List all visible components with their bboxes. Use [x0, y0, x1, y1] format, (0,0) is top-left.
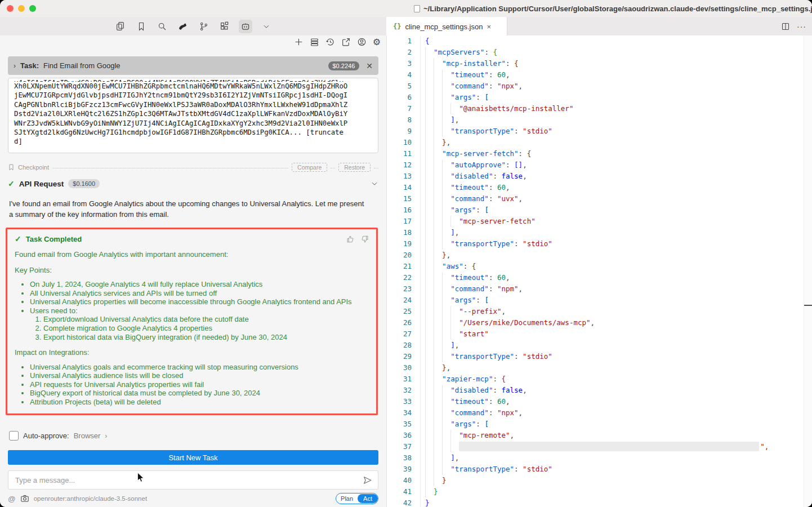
bullet-item: Universal Analytics goals and ecommerce …: [30, 363, 369, 372]
task-cost-badge: $0.2246: [328, 61, 360, 70]
expand-chevron-icon[interactable]: ›: [105, 432, 107, 440]
line-number: 17: [387, 216, 420, 227]
numbered-steps-list: Export/download Universal Analytics data…: [30, 315, 369, 341]
line-number: 39: [387, 464, 420, 475]
line-number: 1: [387, 35, 420, 47]
line-number: 30: [387, 362, 420, 373]
camera-icon[interactable]: [20, 494, 29, 503]
line-number: 14: [387, 182, 420, 193]
code-line: 4 "timeout": 60,: [387, 69, 812, 81]
assistant-message: I've found an email from Google Analytic…: [9, 199, 369, 220]
chevron-down-icon[interactable]: [260, 20, 273, 33]
key-points-label: Key Points:: [15, 266, 369, 275]
auto-approve-row: Auto-approve: Browser ›: [9, 431, 107, 441]
plan-toggle[interactable]: Plan: [336, 495, 358, 502]
collapse-chevron-icon[interactable]: [371, 180, 378, 188]
thumbs-up-icon[interactable]: [346, 235, 355, 243]
more-actions-icon[interactable]: ···: [797, 22, 806, 31]
line-number: 27: [387, 328, 420, 340]
start-new-task-button[interactable]: Start New Task: [8, 450, 378, 465]
line-number: 40: [387, 475, 420, 486]
task-close-icon[interactable]: ✕: [366, 61, 373, 70]
code-line: 7 "@anaisbetts/mcp-installer": [387, 103, 812, 114]
source-control-icon[interactable]: [197, 20, 211, 33]
checkpoint-row: Checkpoint Compare Restore: [8, 163, 378, 172]
send-icon[interactable]: [363, 475, 372, 485]
restore-button[interactable]: Restore: [338, 163, 371, 172]
line-number: 10: [387, 137, 420, 148]
truncated-content-block: y4gICAgICAgIDwvdGQ+DQogICAgPC90cj4NCiAgP…: [8, 78, 378, 153]
code-line: 40 }: [387, 475, 812, 486]
line-number: 18: [387, 227, 420, 238]
mention-icon[interactable]: @: [8, 495, 16, 503]
open-in-editor-icon[interactable]: [341, 37, 351, 47]
search-icon[interactable]: [155, 20, 169, 33]
line-number: 16: [387, 204, 420, 216]
kangaroo-icon[interactable]: [176, 20, 190, 33]
code-line: 38 ],: [387, 452, 812, 464]
auto-approve-label: Auto-approve:: [23, 432, 69, 440]
code-line: 10 },: [387, 137, 812, 148]
code-line: 26 "/Users/mike/Documents/aws-mcp",: [387, 317, 812, 328]
code-line: 28 ],: [387, 340, 812, 351]
code-line: 31 "zapier-mcp": {: [387, 373, 812, 385]
code-line: 27 "start": [387, 328, 812, 340]
code-line: 8 ],: [387, 114, 812, 126]
line-number: 2: [387, 47, 420, 58]
line-number: 3: [387, 58, 420, 69]
code-line: 6 "args": [: [387, 92, 812, 103]
account-icon[interactable]: [357, 37, 367, 47]
extensions-icon[interactable]: [218, 20, 231, 33]
cline-robot-icon[interactable]: [239, 20, 252, 33]
line-number: 25: [387, 306, 420, 317]
new-task-icon[interactable]: [294, 37, 304, 47]
cline-panel: ⚙ › Task: Find Email from Google $0.2246…: [0, 35, 386, 507]
code-line: 12 "autoApprove": [],: [387, 159, 812, 171]
thumbs-down-icon[interactable]: [360, 235, 369, 243]
copy-icon[interactable]: [114, 20, 127, 33]
auto-approve-value[interactable]: Browser: [74, 432, 101, 440]
settings-gear-icon[interactable]: ⚙: [373, 38, 381, 47]
code-line: 32 "disabled": false,: [387, 385, 812, 396]
code-line: 37 ",: [387, 441, 812, 452]
code-line: 24 "args": [: [387, 295, 812, 306]
code-editor[interactable]: 1{2 "mcpServers": {3 "mcp-installer": {4…: [386, 35, 812, 507]
zoom-window-button[interactable]: [29, 5, 36, 12]
line-number: 34: [387, 407, 420, 419]
task-header[interactable]: › Task: Find Email from Google $0.2246 ✕: [8, 56, 378, 75]
line-number: 15: [387, 193, 420, 204]
task-label: Task:: [20, 61, 39, 70]
code-line: 22 "timeout": 60,: [387, 272, 812, 283]
line-number: 19: [387, 238, 420, 250]
compare-button[interactable]: Compare: [292, 163, 327, 172]
history-icon[interactable]: [325, 37, 335, 47]
message-input[interactable]: [14, 475, 363, 485]
model-name: openrouter:anthropic/claude-3.5-sonnet: [34, 495, 147, 502]
code-line: 36 "mcp-remote",: [387, 430, 812, 441]
code-line: 19 "transportType": "stdio": [387, 238, 812, 250]
split-editor-icon[interactable]: [781, 22, 790, 31]
code-line: 18 ],: [387, 227, 812, 238]
code-line: 14 "timeout": 60,: [387, 182, 812, 193]
mcp-servers-icon[interactable]: [310, 37, 319, 47]
line-number: 20: [387, 250, 420, 261]
tab-close-icon[interactable]: ×: [487, 23, 491, 31]
minimize-window-button[interactable]: [18, 5, 25, 12]
file-icon: [414, 5, 420, 12]
line-number: 11: [387, 148, 420, 159]
code-line: 41 }: [387, 486, 812, 497]
code-line: 39 "transportType": "stdio": [387, 464, 812, 475]
bookmark-icon[interactable]: [135, 20, 148, 33]
act-toggle[interactable]: Act: [358, 494, 378, 503]
tab-cline-mcp-settings[interactable]: {} cline_mcp_settings.json ×: [386, 17, 507, 36]
code-line: 5 "command": "npx",: [387, 81, 812, 92]
close-window-button[interactable]: [7, 5, 14, 12]
json-file-icon: {}: [393, 23, 401, 30]
numbered-step: Export historical data via BigQuery inte…: [43, 333, 369, 342]
minimap-scrollbar[interactable]: [804, 35, 812, 507]
redacted-value: [459, 442, 759, 451]
code-line: 9 "transportType": "stdio": [387, 126, 812, 137]
expand-chevron-icon[interactable]: ›: [14, 62, 16, 70]
line-number: 7: [387, 103, 420, 114]
auto-approve-checkbox[interactable]: [9, 431, 19, 441]
